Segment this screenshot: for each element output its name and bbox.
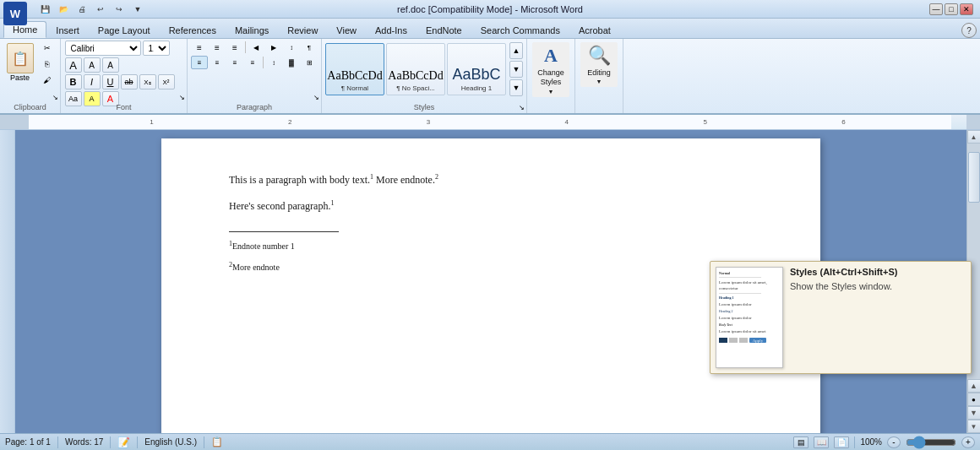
strikethrough-btn[interactable]: ab (121, 74, 138, 89)
help-btn[interactable]: ? (961, 23, 977, 38)
styles-label: Styles (322, 103, 526, 111)
tab-view[interactable]: View (327, 22, 366, 38)
style-heading1[interactable]: AaBbC Heading 1 (447, 43, 506, 95)
prev-page-btn[interactable]: ▲ (967, 379, 981, 393)
change-styles-arrow: ▼ (548, 89, 554, 95)
minimize-btn[interactable]: — (929, 3, 943, 15)
format-painter-button[interactable]: 🖌 (38, 73, 57, 88)
sort-btn[interactable]: ↕ (283, 41, 300, 54)
tab-endnote[interactable]: EndNote (416, 22, 471, 38)
cut-button[interactable]: ✂ (38, 41, 57, 56)
body-paragraph-1[interactable]: This is a paragraph with body text.1 Mor… (229, 172, 753, 188)
quick-access-toolbar: 💾 📂 🖨 ↩ ↪ ▼ (7, 3, 145, 16)
undo-quick-btn[interactable]: ↩ (93, 3, 108, 16)
indent-inc-btn[interactable]: ▶ (265, 41, 282, 54)
change-styles-button[interactable]: A ChangeStyles ▼ (532, 42, 569, 97)
status-sep-1 (57, 436, 58, 448)
tab-references[interactable]: References (160, 22, 226, 38)
indent-dec-btn[interactable]: ◀ (248, 41, 264, 54)
show-formatting-btn[interactable]: ¶ (301, 41, 318, 54)
paragraph-expand[interactable]: ↘ (313, 94, 319, 101)
scroll-up-btn[interactable]: ▲ (967, 130, 981, 144)
paragraph-group: ≡ ≡ ≡ ◀ ▶ ↕ ¶ ≡ ≡ ≡ ≡ ↕ ▓ ⊞ (188, 39, 322, 113)
line-spacing-btn[interactable]: ↕ (265, 56, 282, 69)
tab-acrobat[interactable]: Acrobat (569, 22, 620, 38)
style-no-spacing[interactable]: AaBbCcDd ¶ No Spaci... (386, 43, 445, 95)
italic-btn[interactable]: I (84, 74, 101, 89)
tab-addins[interactable]: Add-Ins (366, 22, 416, 38)
font-row-2: B I U ab X₂ X² Aa A A (65, 74, 183, 106)
tab-page-layout[interactable]: Page Layout (89, 22, 160, 38)
tab-review[interactable]: Review (278, 22, 327, 38)
editing-button[interactable]: 🔍 Editing ▼ (580, 42, 618, 87)
bullets-btn[interactable]: ≡ (191, 41, 208, 54)
customize-quick-btn[interactable]: ▼ (130, 3, 145, 16)
underline-btn[interactable]: U (102, 74, 119, 89)
zoom-in-btn[interactable]: + (961, 436, 975, 448)
clipboard-expand[interactable]: ↘ (52, 94, 58, 101)
tab-mailings[interactable]: Mailings (226, 22, 278, 38)
redo-quick-btn[interactable]: ↪ (112, 3, 127, 16)
more-endnote-text: More endnote. (373, 174, 435, 186)
status-sep-4 (204, 436, 204, 448)
tab-search-commands[interactable]: Search Commands (471, 22, 569, 38)
save-quick-btn[interactable]: 💾 (37, 3, 52, 16)
font-expand[interactable]: ↘ (179, 94, 185, 101)
next-page-btn[interactable]: ▼ (967, 406, 981, 420)
font-name-select[interactable]: Calibri (65, 41, 141, 56)
scroll-down-btn[interactable]: ▼ (967, 420, 981, 433)
paragraph-label: Paragraph (188, 103, 321, 111)
second-para-text: Here's second paragraph. (229, 200, 330, 212)
window-controls: — □ ✕ (929, 3, 973, 15)
paste-label: Paste (10, 73, 30, 82)
styles-scroll-more[interactable]: ▼ (509, 79, 523, 96)
ruler: 1 2 3 4 5 6 (0, 115, 980, 130)
language-info[interactable]: English (U.S.) (144, 437, 197, 447)
zoom-out-btn[interactable]: - (887, 436, 901, 448)
borders-btn[interactable]: ⊞ (301, 56, 318, 69)
multilevel-btn[interactable]: ≡ (226, 41, 243, 54)
styles-scroll-up[interactable]: ▲ (509, 42, 523, 59)
body-paragraph-2[interactable]: Here's second paragraph.1 (229, 198, 753, 214)
bold-btn[interactable]: B (65, 74, 82, 89)
print-view-btn[interactable]: 📄 (834, 436, 849, 448)
print-quick-btn[interactable]: 🖨 (74, 3, 90, 16)
tooltip-preview-body: Lorem ipsum dolor sit amet, consectetur (719, 279, 780, 291)
font-grow-btn[interactable]: A (65, 57, 82, 73)
align-right-btn[interactable]: ≡ (226, 56, 243, 69)
styles-expand[interactable]: ↘ (519, 104, 525, 111)
copy-button[interactable]: ⎘ (38, 57, 57, 72)
browse-object-btn[interactable]: ● (967, 393, 981, 406)
subscript-btn[interactable]: X₂ (139, 74, 156, 89)
font-row-1: Calibri 11 A A A (65, 41, 183, 73)
ruler-mark-4: 4 (565, 118, 569, 126)
shading-btn[interactable]: ▓ (283, 56, 300, 69)
zoom-percent: 100% (860, 437, 882, 447)
style-normal[interactable]: AaBbCcDd ¶ Normal (325, 43, 384, 95)
maximize-btn[interactable]: □ (945, 3, 958, 15)
align-center-btn[interactable]: ≡ (209, 56, 226, 69)
close-btn[interactable]: ✕ (960, 3, 973, 15)
superscript-btn[interactable]: X² (158, 74, 175, 89)
clear-format-btn[interactable]: A (102, 57, 119, 73)
numbering-btn[interactable]: ≡ (209, 41, 226, 54)
align-left-btn[interactable]: ≡ (191, 56, 208, 69)
proofing-icon[interactable]: 📝 (117, 436, 130, 448)
endnote-1: 1Endnote number 1 (229, 239, 753, 252)
clipboard-label: Clipboard (0, 103, 60, 111)
zoom-slider[interactable] (906, 439, 956, 446)
ruler-left-margin (0, 115, 15, 129)
styles-scroll-down[interactable]: ▼ (509, 61, 523, 78)
font-size-select[interactable]: 11 (143, 41, 170, 56)
paste-button[interactable]: 📋 Paste (4, 41, 36, 84)
font-group: Calibri 11 A A A B I U ab X₂ X² Aa (61, 39, 188, 113)
scroll-thumb[interactable] (968, 152, 980, 203)
tooltip-preview-h1: Heading 1 (719, 295, 780, 300)
normal-view-btn[interactable]: ▤ (793, 436, 808, 448)
font-shrink-btn[interactable]: A (84, 57, 101, 73)
open-quick-btn[interactable]: 📂 (56, 3, 71, 16)
reading-view-btn[interactable]: 📖 (814, 436, 829, 448)
ruler-mark-1: 1 (150, 118, 153, 126)
tab-insert[interactable]: Insert (46, 22, 89, 38)
justify-btn[interactable]: ≡ (244, 56, 261, 69)
